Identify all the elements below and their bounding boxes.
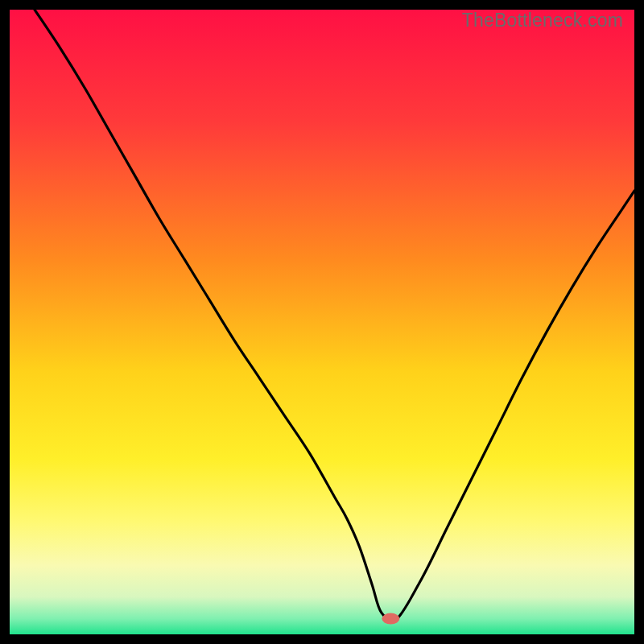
watermark-text: TheBottleneck.com bbox=[462, 10, 623, 31]
bottleneck-chart bbox=[10, 10, 634, 634]
chart-frame: TheBottleneck.com bbox=[10, 10, 634, 634]
gradient-background bbox=[10, 10, 634, 634]
optimal-marker bbox=[382, 613, 399, 625]
